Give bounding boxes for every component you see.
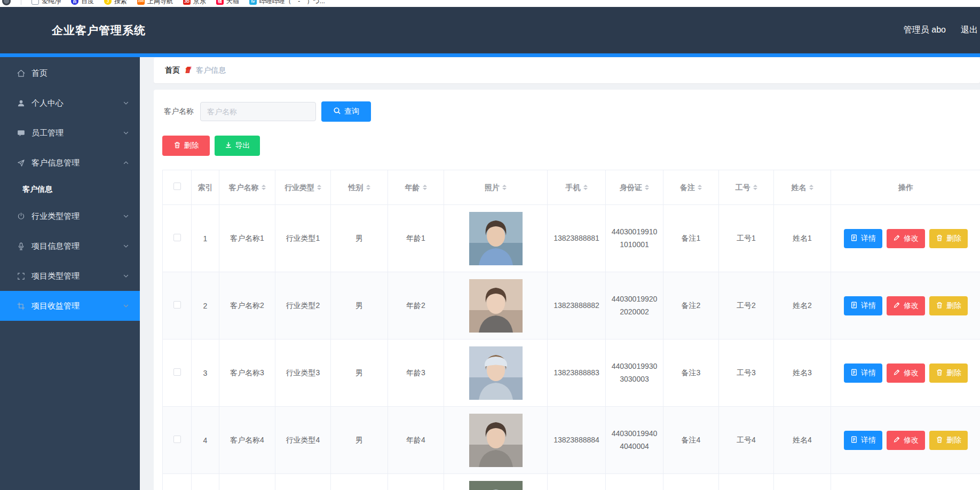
column-header-age[interactable]: 年龄 [388,170,444,205]
row-checkbox[interactable] [173,436,181,443]
detail-button[interactable]: 详情 [844,229,882,248]
sidebar-item-项目类型管理[interactable]: 项目类型管理 [0,261,140,291]
cell-phone: 13823888884 [548,407,606,474]
sidebar-item-员工管理[interactable]: 员工管理 [0,118,140,148]
sidebar-item-项目信息管理[interactable]: 项目信息管理 [0,231,140,261]
detail-button[interactable]: 详情 [844,296,882,315]
edit-button[interactable]: 修改 [887,431,925,450]
table-row: 1客户名称1行业类型1男年龄1 138238888814403001991010… [163,205,980,272]
chevron-up-icon [123,160,129,166]
column-header-empname[interactable]: 姓名 [774,170,831,205]
column-header-remark[interactable]: 备注 [663,170,719,205]
chevron-down-icon [123,130,129,136]
search-ball-icon: J [104,0,112,5]
column-header-phone[interactable]: 手机 [548,170,606,205]
bookmark-item[interactable]: tv 哔哩哔哩（゜-゜）つ... [249,0,325,6]
sort-icon[interactable] [583,185,588,190]
edit-button[interactable]: 修改 [887,363,925,383]
sidebar-item-客户信息管理[interactable]: 客户信息管理 [0,148,140,178]
bookmark-item[interactable]: J 搜索 [104,0,127,6]
query-button[interactable]: 查询 [321,101,371,122]
cell-industry: 行业类型1 [275,205,331,272]
delete-row-button[interactable]: 删除 [929,431,968,450]
mic-icon [16,241,26,251]
column-header-industry[interactable]: 行业类型 [275,170,331,205]
column-header-gender[interactable]: 性别 [331,170,388,205]
column-header-idcard[interactable]: 身份证 [606,170,663,205]
detail-button[interactable]: 详情 [844,431,882,450]
breadcrumb: 首页 fff 客户信息 [154,58,980,83]
row-checkbox[interactable] [173,368,181,376]
row-checkbox[interactable] [173,301,181,309]
cell-phone: 13823888885 [548,474,606,490]
customer-name-input[interactable] [200,102,316,121]
column-header-index: 索引 [192,170,219,205]
sort-icon[interactable] [423,185,427,190]
column-header-name[interactable]: 客户名称 [219,170,275,205]
sidebar-subitem-客户信息[interactable]: 客户信息 [0,178,140,201]
cell-gender: 男 [331,272,388,339]
page-icon [31,0,39,5]
chevron-down-icon [123,303,129,309]
cell-index: 4 [192,407,219,474]
cell-age: 年龄3 [388,339,444,407]
document-icon [850,436,858,445]
column-header-photo[interactable]: 照片 [444,170,548,205]
cell-idcard: 440300199404040004 [606,407,663,474]
trash-icon [936,301,943,311]
tmall-icon: 猫 [216,0,224,5]
sort-icon[interactable] [753,185,757,190]
sidebar-item-首页[interactable]: 首页 [0,58,140,88]
cell-index: 5 [192,474,219,490]
bookmark-item[interactable]: 猫 天猫 [216,0,239,6]
sort-icon[interactable] [645,185,649,190]
row-checkbox[interactable] [173,234,181,241]
bookmarks-bar: 爱纯净 百 百度 J 搜索 2345 上网导航 JD 京东 猫 天猫 tv 哔哩… [0,0,980,7]
chevron-down-icon [123,273,129,279]
bookmark-item[interactable]: JD 京东 [183,0,206,6]
select-all-checkbox[interactable] [173,183,181,190]
sort-icon[interactable] [809,185,813,190]
pencil-icon [893,368,900,378]
cell-phone: 13823888881 [548,205,606,272]
current-user[interactable]: 管理员 abo [904,25,946,36]
edit-button[interactable]: 修改 [887,296,925,315]
sort-icon[interactable] [502,185,507,190]
sort-icon[interactable] [317,185,321,190]
bookmark-item[interactable]: 2345 上网导航 [137,0,173,6]
cell-empname: 姓名5 [774,474,831,490]
cell-empno: 工号3 [719,339,774,407]
cell-empno: 工号2 [719,272,774,339]
sidebar-item-行业类型管理[interactable]: 行业类型管理 [0,201,140,231]
cell-age: 年龄5 [388,474,444,490]
sort-icon[interactable] [262,185,266,190]
cell-phone: 13823888883 [548,339,606,407]
browser-icon[interactable] [2,0,11,5]
export-button[interactable]: 导出 [215,136,260,156]
table-header-row: 索引客户名称行业类型性别年龄照片手机身份证备注工号姓名操作 [163,170,980,205]
chat-icon [16,128,26,138]
sidebar-item-项目收益管理[interactable]: 项目收益管理 [0,291,140,321]
send-icon [16,158,26,168]
bookmark-label: 京东 [193,0,206,6]
edit-button[interactable]: 修改 [887,229,925,248]
column-header-empno[interactable]: 工号 [719,170,774,205]
cell-idcard: 440300199202020002 [606,272,663,339]
sidebar-item-个人中心[interactable]: 个人中心 [0,88,140,118]
bookmark-label: 搜索 [114,0,127,6]
document-icon [850,368,858,378]
table-row: 5客户名称5行业类型5男年龄5 138238888854403001995050… [163,474,980,490]
delete-row-button[interactable]: 删除 [929,363,968,383]
sort-icon[interactable] [366,185,370,190]
bookmark-item[interactable]: 爱纯净 [31,0,61,6]
table-row: 3客户名称3行业类型3男年龄3 138238888834403001993030… [163,339,980,407]
delete-row-button[interactable]: 删除 [929,296,968,315]
logout-button[interactable]: 退出 [961,25,978,36]
breadcrumb-home[interactable]: 首页 [165,66,180,75]
detail-button[interactable]: 详情 [844,363,882,383]
delete-row-button[interactable]: 删除 [929,229,968,248]
bookmark-item[interactable]: 百 百度 [71,0,94,6]
sort-icon[interactable] [698,185,702,190]
sidebar-item-label: 项目类型管理 [31,271,80,281]
delete-button[interactable]: 删除 [162,136,210,156]
